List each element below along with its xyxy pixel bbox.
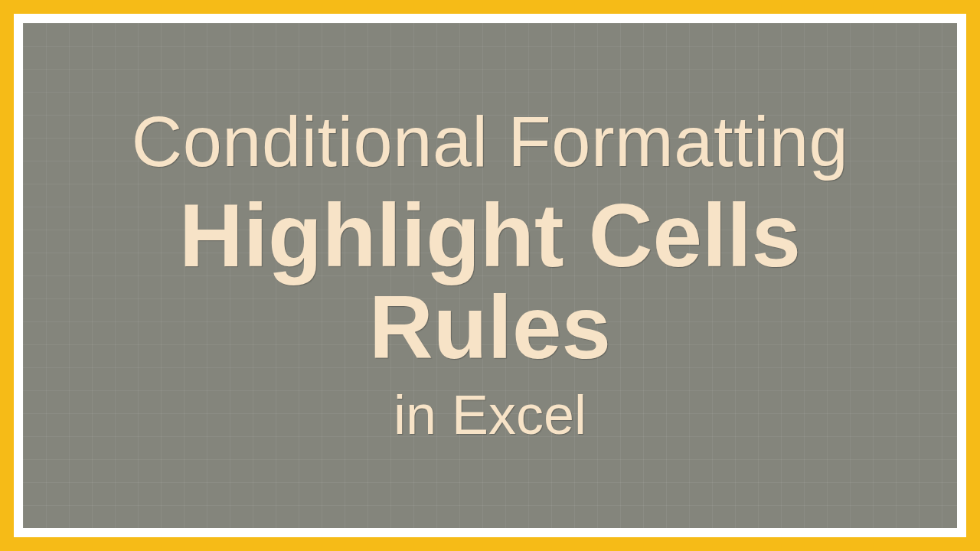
title-line-3: Rules [369,285,611,372]
title-canvas: Conditional Formatting Highlight Cells R… [23,23,957,528]
inner-white-frame: Conditional Formatting Highlight Cells R… [14,14,966,537]
title-line-4: in Excel [394,385,586,445]
title-line-2: Highlight Cells [179,193,801,280]
title-line-1: Conditional Formatting [132,105,849,179]
outer-gold-frame: Conditional Formatting Highlight Cells R… [0,0,980,551]
